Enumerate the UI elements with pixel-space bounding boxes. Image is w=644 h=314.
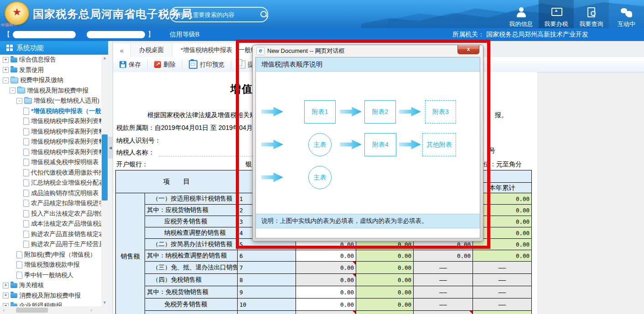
- delete-icon: [154, 61, 161, 68]
- scrollbar-thumb-horizontal[interactable]: [16, 308, 48, 313]
- sidebar-item[interactable]: 增值税纳税申报表附列资料: [0, 147, 101, 158]
- tree-toggle-icon[interactable]: -: [10, 88, 16, 93]
- sidebar-header[interactable]: 系统功能: [0, 41, 108, 55]
- sidebar-item[interactable]: -增值税(一般纳税人适用): [0, 96, 101, 106]
- tree-toggle-icon[interactable]: +: [3, 57, 9, 63]
- sidebar-item[interactable]: 增值税减免税申报明细表（: [0, 157, 101, 168]
- sidebar-item-label: 代扣代缴税收通用缴款书抵: [31, 169, 101, 177]
- table-row: 免税劳务销售额100.000.00————: [116, 299, 532, 311]
- nav-item-4[interactable]: 互动中: [609, 0, 644, 28]
- sidebar-collapse-handle[interactable]: ◀: [108, 137, 113, 159]
- toolbar-button-2[interactable]: 删除: [148, 60, 182, 69]
- sidebar-item[interactable]: 季中转一般纳税人: [0, 270, 101, 281]
- row-number-cell: 7: [238, 262, 296, 274]
- collapse-tabs-icon[interactable]: «: [113, 43, 131, 57]
- account-suffix: 号: [489, 147, 495, 155]
- sidebar-item-label: 购进农产品用于生产经营且: [31, 240, 101, 248]
- value-cell-m1[interactable]: 0.00: [296, 286, 356, 299]
- flow-node-attachment: 其他附表: [422, 133, 456, 156]
- folder-icon: [17, 88, 25, 93]
- nav-item-1[interactable]: 我的信息: [504, 0, 539, 28]
- sidebar-item[interactable]: +发票使用: [0, 65, 101, 76]
- sidebar-item-label: 投入产出法核定农产品增值: [31, 210, 101, 218]
- sidebar-item[interactable]: 附加税(费)申报（增值税）: [0, 250, 101, 260]
- folder-icon: [10, 283, 17, 288]
- sidebar-item[interactable]: 成本法核定农产品增值税进: [0, 219, 101, 229]
- nav-item-3[interactable]: 我要查询: [574, 0, 609, 28]
- print-icon: [189, 60, 197, 69]
- sidebar-item[interactable]: 增值税纳税申报表附列资料: [0, 137, 101, 147]
- sidebar-item[interactable]: +海关稽核: [0, 280, 101, 291]
- sidebar-item[interactable]: -增值税及附加税费申报: [0, 86, 101, 96]
- nav-item-2[interactable]: 我要办税: [539, 0, 574, 28]
- sidebar-item[interactable]: 成品油购销存情况明细表: [0, 188, 101, 199]
- sidebar-item-label: 增值税纳税申报表附列资料: [31, 117, 101, 125]
- org-name: 国家税务总局郑州高新技术产业开发: [486, 31, 588, 38]
- tree-toggle-icon[interactable]: +: [3, 303, 9, 306]
- table-row: [116, 311, 532, 314]
- flow-arrow-icon: [261, 106, 283, 117]
- sidebar-item[interactable]: 汇总纳税企业增值税分配表: [0, 178, 101, 188]
- sidebar-item-label: 增值税纳税申报表附列资料: [31, 148, 101, 156]
- sidebar-item[interactable]: 增值税纳税申报表附列资料: [0, 116, 101, 127]
- folder-icon: [24, 98, 32, 104]
- grid-icon: [6, 45, 13, 51]
- dialog-title-bar[interactable]: e New Document -- 网页对话框: [253, 45, 483, 57]
- value-cell-m1[interactable]: 0.00: [296, 299, 356, 311]
- value-cell-y2: ——: [473, 262, 532, 274]
- sidebar-item-label: 发票使用: [19, 66, 44, 74]
- sidebar-horizontal-scrollbar[interactable]: ‹ ›: [0, 306, 108, 314]
- sidebar-vertical-scrollbar[interactable]: ▲ ▼: [101, 55, 108, 306]
- sidebar-header-label: 系统功能: [16, 44, 44, 52]
- sidebar-item[interactable]: +综合信息报告: [0, 55, 101, 65]
- sidebar-item-label: *增值税纳税申报表（一般: [31, 107, 101, 115]
- tree-toggle-icon[interactable]: -: [16, 98, 22, 104]
- toolbar-button-3[interactable]: 打印预览: [182, 60, 231, 69]
- sidebar-item[interactable]: 代扣代缴税收通用缴款书抵: [0, 168, 101, 178]
- dialog-header: 增值税|填表顺序说明: [256, 57, 480, 72]
- taxpayer-id-label: 纳税人识别号：: [116, 137, 161, 145]
- tree-toggle-icon[interactable]: +: [3, 67, 9, 73]
- row-number-cell: 10: [238, 299, 296, 311]
- dialog-close-button[interactable]: x: [457, 45, 479, 54]
- search-input[interactable]: [171, 11, 260, 18]
- toolbar-button-1[interactable]: 保存: [113, 60, 148, 69]
- user-icon: [515, 7, 527, 18]
- sidebar-item[interactable]: +企业所得税申报: [0, 301, 101, 306]
- file-icon: [16, 272, 22, 279]
- scrollbar-thumb[interactable]: [102, 134, 108, 201]
- tree-toggle-icon[interactable]: +: [3, 293, 9, 299]
- file-icon: [23, 231, 29, 238]
- tree-toggle-icon[interactable]: +: [3, 283, 9, 288]
- value-cell-y1: 0.00: [356, 299, 414, 311]
- sidebar-item[interactable]: -税费申报及缴纳: [0, 75, 101, 86]
- scroll-left-icon[interactable]: ‹: [0, 306, 7, 314]
- search-box[interactable]: [170, 7, 268, 22]
- form-intro-left: 根据国家税收法律法规及增值税相关规定制: [147, 111, 269, 119]
- value-cell-m1: [296, 311, 356, 314]
- sidebar-item[interactable]: 购进农产品直接销售核定农: [0, 229, 101, 240]
- sidebar-item[interactable]: *增值税纳税申报表（一般: [0, 106, 101, 117]
- value-cell-m2: ——: [414, 274, 473, 286]
- sidebar-item[interactable]: 购进农产品用于生产经营且: [0, 239, 101, 250]
- scroll-right-icon[interactable]: ›: [88, 306, 95, 314]
- file-icon: [23, 159, 29, 166]
- scroll-down-icon[interactable]: ▼: [101, 299, 108, 306]
- redacted-taxpayer-id: [87, 31, 145, 38]
- scroll-up-icon[interactable]: ▲: [101, 55, 108, 62]
- extract-icon: [238, 61, 245, 68]
- tree-toggle-icon[interactable]: -: [3, 77, 9, 83]
- folder-icon: [10, 293, 17, 298]
- value-cell-m1[interactable]: 0.00: [296, 250, 356, 262]
- search-icon[interactable]: [260, 10, 264, 19]
- sidebar-item[interactable]: 增值税预缴税款申报: [0, 260, 101, 270]
- sidebar-item[interactable]: 投入产出法核定农产品增值: [0, 209, 101, 219]
- row-label-cell: 其中：纳税检查调整的销售额: [145, 250, 238, 262]
- tab-2[interactable]: *增值税纳税申报表（一般纳税人适: [172, 43, 258, 57]
- item-header-cell: 项 目: [116, 170, 238, 193]
- value-cell-m2: ——: [414, 286, 473, 299]
- sidebar-item[interactable]: 农产品核定扣除增值税进项: [0, 198, 101, 209]
- sidebar-item[interactable]: +消费税及附加税费申报: [0, 291, 101, 301]
- sidebar-item[interactable]: 增值税纳税申报表附列资料: [0, 127, 101, 137]
- tab-1[interactable]: 办税桌面: [131, 43, 172, 57]
